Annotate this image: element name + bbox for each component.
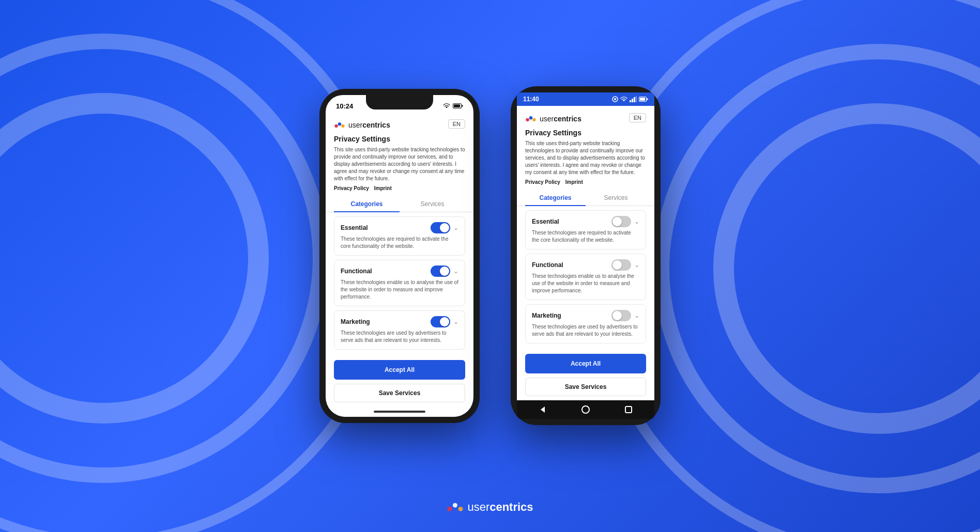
ios-accept-all-button[interactable]: Accept All: [334, 360, 465, 380]
android-home-button[interactable]: [580, 404, 591, 415]
ios-time: 10:24: [336, 102, 353, 110]
android-functional-toggle-knob: [612, 260, 622, 270]
svg-point-10: [338, 122, 341, 125]
android-recents-button[interactable]: [623, 404, 634, 415]
android-status-icons: [612, 96, 648, 102]
ios-home-bar: [374, 411, 425, 413]
android-essential-controls: ⌄: [611, 216, 639, 227]
android-essential-toggle[interactable]: [611, 216, 631, 227]
ios-marketing-header: Marketing ⌄: [341, 316, 458, 327]
android-essential-name: Essential: [532, 218, 559, 225]
ios-essential-toggle[interactable]: [431, 222, 450, 233]
ios-functional-toggle-knob: [440, 267, 449, 276]
ios-marketing-toggle[interactable]: [431, 316, 450, 327]
ios-category-essential: Essential ⌄ These technologies are requi…: [334, 216, 465, 256]
svg-point-3: [724, 114, 980, 424]
ios-privacy-title: Privacy Settings: [334, 135, 465, 143]
android-essential-chevron[interactable]: ⌄: [634, 218, 639, 225]
svg-point-28: [453, 503, 457, 508]
android-privacy-policy-link[interactable]: Privacy Policy: [525, 179, 560, 185]
ios-functional-header: Functional ⌄: [341, 265, 458, 277]
ios-status-icons: [443, 103, 463, 109]
ios-tabs: Categories Services: [326, 196, 473, 212]
ios-functional-toggle[interactable]: [431, 265, 450, 277]
android-essential-desc: These technologies are required to activ…: [532, 229, 639, 244]
android-tabs: Categories Services: [517, 190, 654, 206]
ios-imprint-link[interactable]: Imprint: [374, 185, 392, 191]
bottom-logo-text: usercentrics: [467, 500, 533, 514]
android-essential-header: Essential ⌄: [532, 216, 639, 227]
svg-point-1: [0, 41, 320, 475]
phones-container: 10:24: [319, 86, 661, 425]
android-imprint-link[interactable]: Imprint: [565, 179, 583, 185]
ios-category-functional: Functional ⌄ These technologies enable u…: [334, 260, 465, 306]
ios-logo: usercentrics: [334, 119, 390, 131]
android-functional-header: Functional ⌄: [532, 259, 639, 271]
android-header-row: usercentrics EN: [525, 113, 646, 124]
wifi-icon: [443, 103, 450, 109]
svg-point-11: [341, 124, 344, 127]
ios-privacy-links: Privacy Policy Imprint: [334, 185, 465, 191]
svg-point-29: [458, 507, 463, 511]
android-marketing-name: Marketing: [532, 312, 561, 319]
android-category-marketing: Marketing ⌄ These technologies are used …: [525, 304, 646, 343]
android-functional-chevron[interactable]: ⌄: [634, 261, 639, 269]
ios-logo-text: usercentrics: [348, 121, 390, 129]
ios-tab-services[interactable]: Services: [400, 196, 465, 212]
android-language-button[interactable]: EN: [629, 113, 646, 122]
ios-marketing-toggle-knob: [440, 317, 449, 326]
ios-tab-categories[interactable]: Categories: [334, 196, 400, 212]
android-back-button[interactable]: [538, 404, 548, 415]
ios-functional-name: Functional: [341, 268, 372, 275]
android-marketing-toggle-knob: [612, 311, 622, 320]
phone-android: 11:40: [511, 86, 661, 425]
bottom-logo-icon: [447, 498, 463, 517]
android-consent-ui: usercentrics EN Privacy Settings This si…: [517, 106, 654, 400]
ios-privacy-policy-link[interactable]: Privacy Policy: [334, 185, 369, 191]
ios-essential-chevron[interactable]: ⌄: [453, 224, 458, 231]
android-logo-icon: [525, 113, 537, 124]
ios-marketing-chevron[interactable]: ⌄: [453, 318, 458, 325]
ios-home-indicator: [326, 406, 473, 417]
ios-notch: [366, 95, 433, 109]
svg-point-25: [582, 406, 589, 413]
android-nav-bar: [517, 400, 654, 419]
android-category-essential: Essential ⌄ These technologies are requi…: [525, 210, 646, 249]
svg-point-0: [0, 103, 258, 413]
ios-functional-controls: ⌄: [431, 265, 458, 277]
android-logo: usercentrics: [525, 113, 581, 124]
ios-categories-list: Essential ⌄ These technologies are requi…: [334, 216, 465, 350]
android-functional-toggle[interactable]: [611, 259, 631, 271]
svg-rect-19: [647, 98, 648, 100]
ios-functional-chevron[interactable]: ⌄: [453, 268, 458, 275]
android-marketing-toggle[interactable]: [611, 310, 631, 321]
svg-rect-15: [632, 99, 633, 102]
svg-rect-26: [625, 406, 632, 413]
ios-essential-toggle-knob: [440, 223, 449, 232]
android-logo-text: usercentrics: [540, 115, 581, 123]
android-status-bar: 11:40: [517, 92, 654, 106]
android-marketing-chevron[interactable]: ⌄: [634, 312, 639, 319]
android-signal-icon: [630, 96, 637, 102]
android-marketing-controls: ⌄: [611, 310, 639, 321]
ios-save-services-button[interactable]: Save Services: [334, 384, 465, 402]
svg-rect-8: [454, 104, 460, 107]
android-back-icon: [539, 405, 547, 414]
android-categories-list: Essential ⌄ These technologies are requi…: [525, 210, 646, 343]
svg-rect-20: [640, 98, 645, 101]
svg-point-9: [334, 124, 338, 127]
android-accept-all-button[interactable]: Accept All: [525, 354, 646, 373]
android-marketing-header: Marketing ⌄: [532, 310, 639, 321]
svg-rect-16: [634, 97, 635, 102]
bottom-logo: usercentrics: [447, 498, 533, 517]
android-functional-name: Functional: [532, 261, 563, 269]
android-privacy-desc: This site uses third-party website track…: [525, 140, 646, 176]
android-time: 11:40: [523, 96, 539, 103]
ios-category-marketing: Marketing ⌄ These technologies are used …: [334, 310, 465, 350]
ios-language-button[interactable]: EN: [448, 119, 465, 129]
android-save-services-button[interactable]: Save Services: [525, 378, 646, 396]
android-tab-categories[interactable]: Categories: [525, 190, 586, 206]
android-buttons-area: Accept All Save Services: [525, 348, 646, 400]
android-tab-services[interactable]: Services: [586, 190, 646, 206]
svg-point-27: [447, 507, 452, 511]
